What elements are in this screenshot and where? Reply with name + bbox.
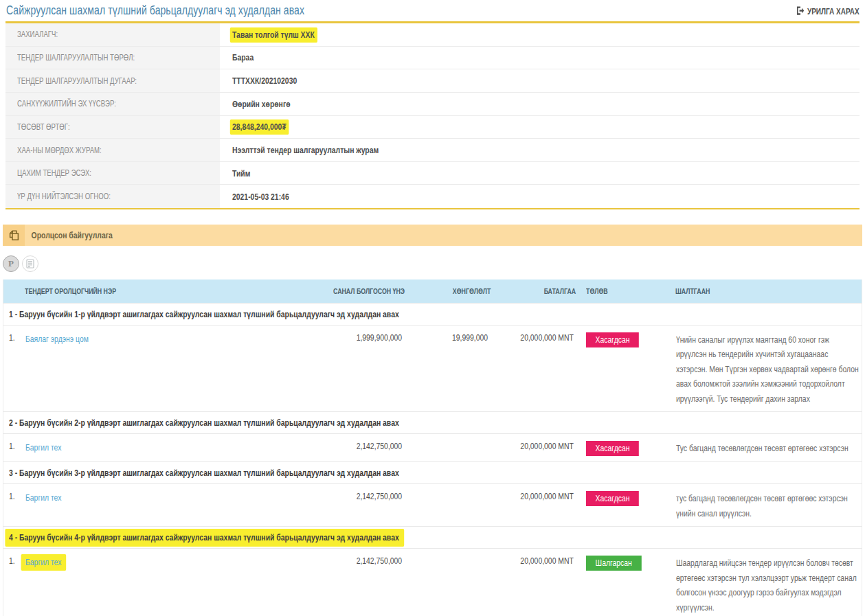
- row-number: 1.: [3, 484, 25, 527]
- detail-label: ТӨСӨВТ ӨРТӨГ:: [5, 116, 220, 139]
- detail-value: Бараа: [220, 47, 259, 69]
- participants-body: 1 - Баруун бүсийн 1-р үйлдвэрт ашиглагда…: [3, 303, 862, 616]
- discount: 19,999,000: [405, 325, 491, 412]
- participants-section-bar: Оролцсон байгууллага: [3, 225, 862, 246]
- detail-value: Өөрийн хөрөнгө: [220, 93, 305, 115]
- detail-value: Тийм: [220, 162, 255, 185]
- participant-row: 1.Баргил тех2,142,750,00020,000,000 MNTШ…: [3, 549, 862, 616]
- lot-group-row: 4 - Баруун бүсийн 4-р үйлдвэрт ашиглагда…: [3, 527, 862, 549]
- row-number: 1.: [3, 325, 25, 412]
- detail-label: ТЕНДЕР ШАЛГАРУУЛАЛТЫН ДУГААР:: [5, 69, 220, 92]
- proposed-price: 1,999,900,000: [313, 325, 405, 412]
- detail-value: ТТТХХК/202102030: [220, 69, 313, 92]
- rejection-reason: Үнийн саналыг ирүүлэх маягтанд 60 хоног …: [676, 332, 860, 407]
- detail-row: САНХҮҮЖИЛТИЙН ЭХ ҮҮСВЭР:Өөрийн хөрөнгө: [5, 93, 860, 116]
- discount: [405, 434, 491, 462]
- detail-label: ЗАХИАЛАГЧ:: [5, 23, 220, 46]
- rejection-reason: тус багцанд төсөвлөгдсөн төсөвт өртөгөөс…: [676, 491, 860, 521]
- participant-name-link[interactable]: Баргил тех: [25, 557, 70, 567]
- detail-label: САНХҮҮЖИЛТИЙН ЭХ ҮҮСВЭР:: [5, 93, 220, 115]
- column-header: ШАЛТГААН: [675, 280, 862, 303]
- proposed-price: 2,142,750,000: [313, 434, 405, 462]
- participants-table: ТЕНДЕРТ ОРОЛЦОГЧИЙН НЭРСАНАЛ БОЛГОСОН ҮН…: [3, 280, 862, 616]
- lot-group-row: 3 - Баруун бүсийн 3-р үйлдвэрт ашиглагда…: [3, 462, 862, 484]
- guarantee: 20,000,000 MNT: [491, 325, 576, 412]
- view-invitation-link[interactable]: УРИЛГА ХАРАХ: [781, 5, 860, 16]
- view-invitation-label: УРИЛГА ХАРАХ: [807, 7, 860, 16]
- discount: [405, 484, 491, 527]
- detail-value: 2021-05-03 21:46: [220, 185, 303, 208]
- status-badge: Хасагдсан: [586, 491, 639, 506]
- calculator-button[interactable]: [22, 255, 38, 272]
- guarantee: 20,000,000 MNT: [491, 549, 576, 616]
- page-header: Сайжруулсан шахмал түлшний барьцалдуулаг…: [0, 0, 865, 21]
- toolbar: P: [3, 255, 865, 272]
- status-badge: Хасагдсан: [586, 441, 639, 456]
- proposed-price: 2,142,750,000: [313, 484, 405, 527]
- view-invitation-content: УРИЛГА ХАРАХ: [797, 5, 860, 16]
- column-header: ТӨЛӨВ: [576, 280, 675, 303]
- participants-header-row: ТЕНДЕРТ ОРОЛЦОГЧИЙН НЭРСАНАЛ БОЛГОСОН ҮН…: [3, 280, 862, 303]
- detail-row: ТЕНДЕР ШАЛГАРУУЛАЛТЫН ТӨРӨЛ:Бараа: [5, 47, 860, 70]
- status-badge: Хасагдсан: [586, 332, 639, 347]
- highlight-marker: 28,848,240,000₮: [230, 119, 289, 135]
- highlight-marker: Баргил тех: [21, 554, 66, 571]
- discount: [405, 549, 491, 616]
- detail-label: ХАА-НЫ МӨРДӨХ ЖУРАМ:: [5, 139, 220, 161]
- participant-row: 1.Баргил тех2,142,750,00020,000,000 MNTХ…: [3, 434, 862, 462]
- lot-group-row: 2 - Баруун бүсийн 2-р үйлдвэрт ашиглагда…: [3, 412, 862, 434]
- page-title: Сайжруулсан шахмал түлшний барьцалдуулаг…: [6, 3, 304, 18]
- tender-result-page: Сайжруулсан шахмал түлшний барьцалдуулаг…: [0, 0, 865, 616]
- column-header: ХӨНГӨЛӨЛТ: [405, 280, 491, 303]
- copy-icon: [3, 225, 25, 246]
- p-button-label: P: [8, 258, 14, 269]
- detail-row: ЦАХИМ ТЕНДЕР ЭСЭХ:Тийм: [5, 162, 860, 185]
- proposed-price: 2,142,750,000: [313, 549, 405, 616]
- section-title: Оролцсон байгууллага: [25, 230, 113, 240]
- guarantee: 20,000,000 MNT: [491, 484, 576, 527]
- detail-row: ХАА-НЫ МӨРДӨХ ЖУРАМ:Нээлттэй тендер шалг…: [5, 139, 860, 162]
- detail-row: ТӨСӨВТ ӨРТӨГ:28,848,240,000₮: [5, 116, 860, 139]
- column-header: БАТАЛГАА: [491, 280, 576, 303]
- detail-value: Таван толгой түлш ХХК: [220, 23, 335, 46]
- highlight-marker: 4 - Баруун бүсийн 4-р үйлдвэрт ашиглагда…: [5, 529, 404, 547]
- participant-row: 1.Баялаг эрдэнэ цом1,999,900,00019,999,0…: [3, 325, 862, 412]
- participant-name-link[interactable]: Баялаг эрдэнэ цом: [25, 334, 104, 344]
- detail-row: ҮР ДҮН НИЙТЭЛСЭН ОГНОО:2021-05-03 21:46: [5, 185, 860, 208]
- participant-name-link[interactable]: Баргил тех: [25, 442, 70, 453]
- highlight-marker: Таван толгой түлш ХХК: [230, 27, 317, 43]
- lot-group-row: 1 - Баруун бүсийн 1-р үйлдвэрт ашиглагда…: [3, 303, 862, 325]
- row-number: 1.: [3, 434, 25, 462]
- detail-row: ЗАХИАЛАГЧ:Таван толгой түлш ХХК: [5, 23, 860, 47]
- detail-value: 28,848,240,000₮: [220, 116, 300, 139]
- sign-out-icon: [797, 8, 805, 17]
- column-header: САНАЛ БОЛГОСОН ҮНЭ: [313, 280, 405, 303]
- p-button[interactable]: P: [3, 255, 19, 272]
- guarantee: 20,000,000 MNT: [491, 434, 576, 462]
- participant-row: 1.Баргил тех2,142,750,00020,000,000 MNTХ…: [3, 484, 862, 527]
- detail-label: ЦАХИМ ТЕНДЕР ЭСЭХ:: [5, 162, 220, 185]
- tender-details-table: ЗАХИАЛАГЧ:Таван толгой түлш ХХКТЕНДЕР ША…: [5, 21, 860, 209]
- participant-name-link[interactable]: Баргил тех: [25, 492, 70, 503]
- calculator-icon: [26, 259, 34, 269]
- status-badge: Шалгарсан: [586, 556, 641, 571]
- detail-row: ТЕНДЕР ШАЛГАРУУЛАЛТЫН ДУГААР:ТТТХХК/2021…: [5, 69, 860, 93]
- detail-value: Нээлттэй тендер шалгаруулалтын журам: [220, 139, 415, 161]
- column-header: ТЕНДЕРТ ОРОЛЦОГЧИЙН НЭР: [3, 280, 313, 303]
- detail-label: ТЕНДЕР ШАЛГАРУУЛАЛТЫН ТӨРӨЛ:: [5, 47, 220, 69]
- rejection-reason: Тус багцанд төсөвлөгдсөн төсөвт өртөгөөс…: [676, 441, 860, 456]
- detail-label: ҮР ДҮН НИЙТЭЛСЭН ОГНОО:: [5, 185, 220, 208]
- rejection-reason: Шаардлагад нийцсэн тендер ирүүлсэн болов…: [676, 556, 860, 615]
